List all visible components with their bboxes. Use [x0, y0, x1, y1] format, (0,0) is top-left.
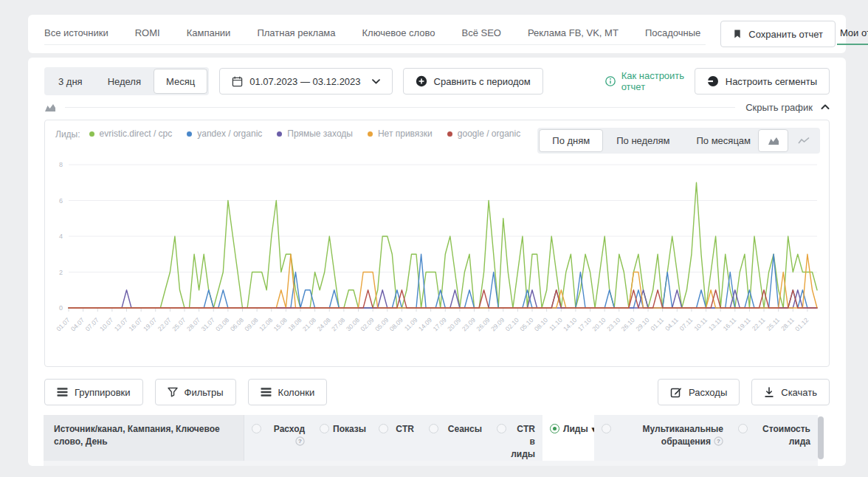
metric-radio[interactable]: [320, 424, 329, 433]
date-range-picker[interactable]: 01.07.2023 — 03.12.2023: [219, 68, 392, 95]
legend-item[interactable]: Прямые заходы: [277, 128, 353, 139]
svg-text:31.07: 31.07: [200, 316, 216, 332]
metric-column-header[interactable]: Мультиканальные обращения?: [594, 415, 731, 461]
granularity-option[interactable]: По месяцам: [683, 129, 764, 152]
svg-text:14.10: 14.10: [562, 316, 578, 332]
data-table-header: Источник/канал, Кампания, Ключевое слово…: [44, 415, 818, 461]
svg-text:15.08: 15.08: [272, 316, 289, 332]
info-icon: [605, 76, 616, 86]
area-chart-type-button[interactable]: [758, 129, 788, 152]
metric-column-header[interactable]: Лиды▾: [542, 415, 594, 461]
report-tab[interactable]: Всё SEO: [461, 21, 500, 44]
question-icon: ?: [714, 436, 723, 446]
svg-text:2: 2: [59, 269, 63, 276]
grouping-button[interactable]: Группировки: [44, 379, 143, 405]
compare-period-button[interactable]: Сравнить с периодом: [403, 68, 543, 95]
granularity-option[interactable]: По дням: [539, 129, 603, 152]
download-icon: [764, 387, 774, 398]
svg-text:02.09: 02.09: [359, 316, 375, 332]
area-chart-mini-icon: [44, 103, 56, 112]
metric-column-header[interactable]: Показы: [312, 415, 371, 461]
report-tab[interactable]: Реклама FB, VK, МТ: [528, 21, 619, 44]
chart-legend: Лиды: evristic.direct / cpc yandex / org…: [55, 128, 535, 140]
report-tab[interactable]: Все источники: [44, 21, 108, 44]
period-preset-option[interactable]: Неделя: [95, 69, 154, 94]
svg-text:03.08: 03.08: [214, 316, 230, 332]
metric-radio[interactable]: [379, 424, 388, 433]
svg-text:02.10: 02.10: [504, 316, 520, 332]
granularity-switch: По дням По неделям По месяцам: [537, 128, 765, 154]
svg-text:29.09: 29.09: [489, 316, 506, 332]
chevron-up-icon: [821, 104, 830, 110]
configure-segments-button[interactable]: Настроить сегменты: [695, 68, 830, 95]
leads-chart-panel: Лиды: evristic.direct / cpc yandex / org…: [44, 120, 830, 367]
table-scrollbar[interactable]: [818, 416, 824, 459]
save-report-button[interactable]: Сохранить отчет: [720, 21, 836, 47]
legend-color-dot: [368, 131, 373, 137]
metric-column-header[interactable]: CTR: [371, 415, 421, 461]
svg-text:24.08: 24.08: [316, 316, 332, 332]
metric-column-header[interactable]: Сеансы: [421, 415, 489, 461]
svg-text:27.08: 27.08: [330, 316, 346, 332]
plus-circle-icon: [416, 75, 427, 87]
report-tabs-card: Все источники ROMI Кампании Платная рекл…: [28, 15, 846, 53]
report-tab[interactable]: Платная реклама: [257, 21, 335, 44]
metric-column-header[interactable]: Стоимость лида: [731, 415, 818, 461]
download-button[interactable]: Скачать: [751, 379, 830, 405]
svg-text:01.12: 01.12: [793, 316, 810, 332]
report-tab[interactable]: Посадочные: [645, 21, 700, 44]
columns-button[interactable]: Колонки: [248, 379, 328, 405]
bookmark-icon: [733, 29, 742, 39]
legend-item[interactable]: yandex / organic: [187, 128, 262, 139]
svg-text:10.11: 10.11: [692, 316, 709, 332]
report-tab[interactable]: Ключевое слово: [362, 21, 435, 44]
svg-text:19.11: 19.11: [736, 316, 752, 332]
funnel-icon: [168, 387, 178, 397]
hide-chart-toggle[interactable]: Скрыть график: [745, 102, 830, 113]
metric-column-header[interactable]: Расход?: [244, 415, 312, 461]
svg-text:23.09: 23.09: [461, 316, 477, 332]
svg-text:23.10: 23.10: [605, 316, 621, 332]
svg-text:?: ?: [717, 438, 720, 445]
svg-text:26.09: 26.09: [475, 316, 491, 332]
period-preset-option[interactable]: Месяц: [154, 69, 207, 94]
svg-text:20.09: 20.09: [446, 316, 462, 332]
chart-collapse-row: Скрыть график: [44, 100, 830, 114]
metric-radio[interactable]: [497, 424, 506, 433]
svg-text:07.11: 07.11: [678, 316, 695, 332]
report-tab[interactable]: Кампании: [187, 21, 231, 44]
svg-text:22.07: 22.07: [156, 316, 173, 332]
metric-column-header[interactable]: CTR в лиды: [489, 415, 542, 461]
legend-item[interactable]: google / organic: [447, 128, 520, 139]
metric-radio[interactable]: [429, 424, 438, 433]
legend-item[interactable]: Нет привязки: [368, 128, 433, 139]
report-toolbar: 3 дня Неделя Месяц 01.07.2023 — 03.12.20…: [44, 66, 830, 96]
pie-segments-icon: [707, 75, 719, 87]
metric-radio[interactable]: [550, 424, 559, 433]
legend-item[interactable]: evristic.direct / cpc: [89, 128, 173, 139]
metric-radio[interactable]: [602, 424, 611, 433]
svg-text:13.07: 13.07: [113, 316, 129, 332]
line-chart-type-button[interactable]: [788, 129, 819, 152]
svg-text:06.08: 06.08: [229, 316, 245, 332]
period-preset-option[interactable]: 3 дня: [46, 69, 95, 94]
granularity-option[interactable]: По неделям: [603, 129, 683, 152]
svg-text:10.07: 10.07: [98, 316, 114, 332]
report-tab[interactable]: ROMI: [135, 21, 160, 44]
expenses-button[interactable]: Расходы: [658, 379, 740, 405]
svg-text:11.09: 11.09: [403, 316, 419, 332]
metric-radio[interactable]: [252, 424, 261, 433]
svg-text:16.11: 16.11: [722, 316, 738, 332]
legend-metric-label: Лиды:: [55, 128, 80, 140]
bars-icon: [57, 388, 68, 397]
svg-text:08.09: 08.09: [388, 316, 404, 332]
metric-radio[interactable]: [738, 424, 748, 433]
svg-text:12.08: 12.08: [258, 316, 274, 332]
legend-color-dot: [277, 131, 282, 137]
svg-text:28.07: 28.07: [185, 316, 202, 332]
how-to-configure-link[interactable]: Как настроить отчет: [605, 70, 695, 92]
filters-button[interactable]: Фильтры: [155, 379, 236, 405]
report-tab[interactable]: Мои отчеты: [840, 21, 868, 44]
period-preset-switch: 3 дня Неделя Месяц: [44, 67, 209, 95]
edit-icon: [670, 386, 682, 398]
